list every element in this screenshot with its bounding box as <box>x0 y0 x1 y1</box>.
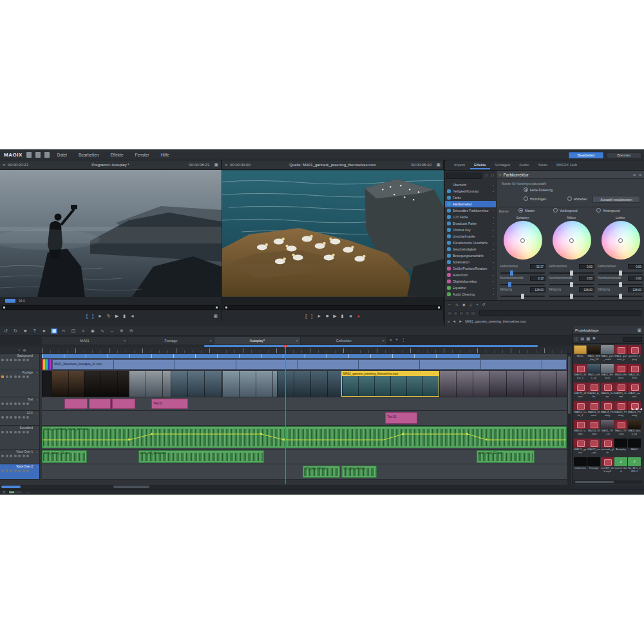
slider-thumb[interactable] <box>521 294 524 299</box>
media-tile[interactable]: MA02_stones <box>628 383 641 401</box>
zoom-in-icon[interactable]: ⊕ <box>118 328 125 334</box>
media-tile[interactable]: MA01_WS_bay_01 <box>587 345 600 363</box>
lock-icon[interactable] <box>14 455 17 457</box>
selected-clip[interactable]: MA01_gannets_preening_themselves.mov <box>341 371 439 397</box>
split-icon[interactable]: ◫ <box>70 328 77 334</box>
track-lane-footage[interactable]: MA01_gannets_preening_themselves.mov <box>42 370 567 397</box>
arrows-icon[interactable]: ↔ <box>448 302 451 307</box>
group-bar[interactable] <box>42 354 480 358</box>
effect-list-item[interactable]: Chroma Key <box>445 227 496 233</box>
kf-next-button[interactable] <box>459 311 464 316</box>
track-minimize-icon[interactable]: ▫ <box>37 398 38 401</box>
media-tile[interactable]: MA684_Kittiw <box>601 383 614 401</box>
scrollbar-handle-gray[interactable] <box>113 486 149 488</box>
detach-monitor-icon[interactable]: ▣ <box>436 162 440 167</box>
saturation-slider[interactable] <box>598 296 643 297</box>
media-tile[interactable]: overBR_200.mp4 <box>601 457 614 475</box>
keyframe-outline-icon[interactable]: ◇ <box>469 302 473 307</box>
track-header[interactable]: Footage ▫ <box>0 370 40 397</box>
panel-tab[interactable]: Vorlagen <box>491 161 515 169</box>
media-tile[interactable]: MA813_Cormt <box>614 383 627 401</box>
mute-icon[interactable] <box>6 402 8 405</box>
effect-list-item[interactable]: Helligkeit/Kontrast <box>445 188 496 194</box>
solo-icon[interactable] <box>10 455 12 457</box>
track-header[interactable]: Voice Over 1 ▫ <box>0 450 40 464</box>
menu-item[interactable]: Bearbeiten <box>75 153 102 157</box>
fx-icon[interactable] <box>18 469 21 472</box>
panel-options-icon[interactable]: ▣ <box>637 328 641 332</box>
effect-options-icon[interactable] <box>493 273 494 277</box>
media-tile[interactable]: Footage <box>587 457 600 475</box>
filmstrip-clip[interactable] <box>52 371 84 397</box>
record-arm-icon[interactable] <box>1 469 4 472</box>
media-tile[interactable]: MA672_on_wtr <box>587 439 600 457</box>
filmstrip-clip[interactable] <box>489 371 567 397</box>
loop-button[interactable]: ↻ <box>107 314 111 318</box>
scrollbar-handle[interactable] <box>575 481 614 483</box>
record-arm-icon[interactable] <box>1 431 4 433</box>
media-tile[interactable]: MA684_A_lks <box>587 383 600 401</box>
save-project-icon[interactable] <box>44 152 50 158</box>
panel-tab[interactable]: Store <box>535 161 551 169</box>
monitor-icon[interactable] <box>26 402 29 405</box>
automation-icon[interactable] <box>23 469 25 472</box>
fx-icon[interactable] <box>18 455 21 457</box>
media-tile[interactable]: MA01_dusk_01 <box>628 420 641 438</box>
effect-list-item[interactable]: Übersicht <box>445 182 496 188</box>
media-tile[interactable]: MA518_Photog <box>601 401 614 419</box>
zoom-out-icon[interactable]: ⊖ <box>128 328 135 334</box>
solo-icon[interactable] <box>10 469 12 472</box>
monitor-icon[interactable] <box>26 431 29 433</box>
hamburger-icon[interactable]: ≡ <box>3 163 5 167</box>
colorbar-clip[interactable] <box>42 359 51 370</box>
effect-list-item[interactable]: Unscharfmaske <box>445 233 496 240</box>
jump-start-button[interactable]: ◄ <box>130 314 135 318</box>
kf-prev-button[interactable] <box>448 311 452 316</box>
radio-layer-foreground[interactable]: Vordergrund <box>553 208 578 213</box>
automation-icon[interactable] <box>23 375 25 378</box>
panel-tab[interactable]: MAGIX Hub <box>553 161 581 169</box>
media-tile[interactable]: MA816_Mount <box>587 401 600 419</box>
track-header[interactable]: Background ▫ <box>0 354 40 370</box>
jump-end-button[interactable]: ▮ <box>123 314 126 318</box>
mute-icon[interactable] <box>6 359 8 361</box>
media-tile[interactable]: MA534_W_lake <box>587 420 600 438</box>
add-tab-icon[interactable]: + <box>395 337 398 343</box>
effect-list-item[interactable]: Solarisation <box>445 259 496 265</box>
snap-icon[interactable]: ↔ <box>109 328 115 333</box>
bin-scrollbar[interactable] <box>574 480 643 484</box>
track-lane-soundbed[interactable]: MA01_soundbed_ocean_amb.wav <box>42 426 567 450</box>
track-lane-background[interactable]: MA01_Westcoast_timelapse_01.mov <box>42 354 567 370</box>
effect-options-icon[interactable] <box>493 215 494 219</box>
wheel-indicator[interactable] <box>618 238 623 243</box>
track-minimize-icon[interactable]: ▫ <box>37 371 38 374</box>
saturation-slider[interactable] <box>500 296 545 297</box>
range-start-button[interactable]: [ <box>86 314 88 318</box>
curve-icon[interactable]: ∿ <box>455 302 459 307</box>
mouse-mode-icon[interactable]: ► <box>41 328 48 333</box>
menu-item[interactable]: Effekte <box>106 153 127 157</box>
effect-list-item[interactable]: Geschwindigkeit <box>445 246 496 252</box>
fx-icon[interactable] <box>18 431 21 433</box>
left-icon[interactable]: ◄ <box>452 319 456 323</box>
menu-item[interactable]: Datei <box>53 153 71 157</box>
intensity-value[interactable]: 3.18 <box>530 276 545 281</box>
hue-value[interactable]: -32.37 <box>530 264 545 269</box>
track-minimize-icon[interactable]: ▫ <box>37 412 38 415</box>
media-tile[interactable]: MA01_cliffs_02 <box>587 364 600 382</box>
intensity-value[interactable]: 0.00 <box>579 276 594 281</box>
wheel-indicator[interactable] <box>569 238 574 243</box>
effect-options-icon[interactable] <box>493 247 494 251</box>
scrollbar-handle[interactable] <box>568 356 571 414</box>
effect-options-icon[interactable] <box>493 228 494 232</box>
play-range-button[interactable]: ► <box>317 314 321 318</box>
play-button[interactable]: ▶ <box>115 314 118 318</box>
redo-icon[interactable]: ↻ <box>12 328 19 334</box>
marker-icon[interactable]: ◆ <box>90 328 96 334</box>
track-header[interactable]: Soundbed ▫ <box>0 426 40 450</box>
stop-button[interactable]: ■ <box>326 314 328 318</box>
timeline-tab[interactable]: MA01 <box>42 337 128 345</box>
color-wheel[interactable] <box>601 221 640 260</box>
timeline-tab[interactable]: Footage <box>128 337 214 345</box>
hue-value[interactable]: 0.00 <box>579 264 594 269</box>
